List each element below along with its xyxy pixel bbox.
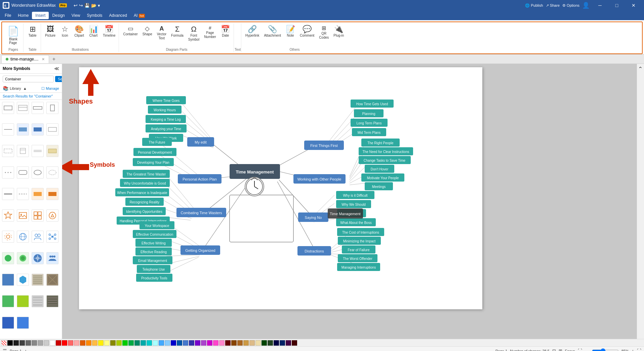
color-teal2[interactable] — [140, 340, 146, 346]
focus-btn[interactable]: Focus — [565, 349, 575, 351]
color-skyblue[interactable] — [165, 340, 170, 346]
shape-cell-network-icon[interactable] — [46, 231, 58, 243]
shape-cell-users-icon[interactable] — [32, 231, 44, 243]
page-add-icon[interactable]: + — [24, 348, 27, 351]
maximize-btn[interactable]: □ — [609, 0, 625, 11]
color-cyan2[interactable] — [153, 340, 158, 346]
shape-cell-blue-solid[interactable] — [2, 274, 14, 286]
shape-cell-blue-persons[interactable] — [46, 252, 58, 264]
toolbar-save[interactable]: 💾 — [84, 3, 90, 8]
blank-page-btn[interactable]: 📄 BlankPage — [5, 24, 22, 46]
color-pink1[interactable] — [68, 340, 73, 346]
shape-cell-orange-fill[interactable] — [32, 188, 44, 200]
shape-cell-blue-hex[interactable] — [17, 274, 29, 286]
menu-advanced[interactable]: Advanced — [106, 12, 130, 19]
shape-cell-blue-bottom1[interactable] — [2, 317, 14, 329]
page-number-btn[interactable]: # PageNumber — [202, 24, 218, 40]
color-orange2[interactable] — [86, 340, 91, 346]
color-blue2[interactable] — [177, 340, 182, 346]
table-btn[interactable]: ⊞ Table — [26, 24, 39, 39]
options-btn[interactable]: ⚙ Options — [562, 3, 579, 8]
color-gray5[interactable] — [38, 340, 43, 346]
color-beige[interactable] — [249, 340, 255, 346]
menu-view[interactable]: View — [68, 12, 84, 19]
shape-cell-orange-dark[interactable] — [46, 188, 58, 200]
menu-file[interactable]: File — [1, 12, 14, 19]
shape-cell-dashed[interactable] — [2, 145, 14, 157]
color-darkpurple[interactable] — [286, 340, 291, 346]
color-yellow2[interactable] — [104, 340, 110, 346]
color-teal1[interactable] — [134, 340, 140, 346]
sidebar-collapse-btn[interactable]: ≪ — [54, 66, 59, 71]
manage-link[interactable]: ☐ Manage — [41, 86, 59, 91]
shape-cell-dots[interactable] — [2, 166, 14, 179]
shape-cell-blue-bottom2[interactable] — [17, 317, 29, 329]
shape-cell-dark-stripe[interactable] — [46, 295, 58, 307]
color-orange3[interactable] — [92, 340, 97, 346]
color-no-fill[interactable] — [1, 340, 7, 346]
color-red2[interactable] — [62, 340, 67, 346]
toolbar-open[interactable]: 📂 — [91, 3, 96, 8]
shape-cell-grid-icon[interactable] — [32, 209, 44, 222]
container-btn[interactable]: ▭ Container — [121, 24, 139, 38]
shape-cell-rect-blue2[interactable] — [32, 123, 44, 135]
color-dark-gray1[interactable] — [13, 340, 19, 346]
shape-cell-beige[interactable] — [46, 145, 58, 157]
toolbar-redo[interactable]: ↪ — [79, 3, 83, 8]
shape-cell-rect-blue-fill[interactable] — [17, 123, 29, 135]
color-purple1[interactable] — [195, 340, 200, 346]
color-cyan1[interactable] — [147, 340, 152, 346]
date-btn[interactable]: 📅 Date — [219, 24, 232, 39]
menu-insert[interactable]: Insert — [32, 12, 49, 19]
fit-icon[interactable]: ⊡ — [552, 348, 556, 351]
menu-design[interactable]: Design — [49, 12, 68, 19]
color-blue1[interactable] — [171, 340, 176, 346]
fullscreen-icon[interactable]: ⛶ — [578, 348, 582, 351]
canvas-tab[interactable]: time-manage.... ✕ — [1, 55, 49, 63]
color-green2[interactable] — [128, 340, 134, 346]
comment-btn[interactable]: 💬 Comment — [298, 24, 316, 39]
color-rose[interactable] — [219, 340, 225, 346]
diagram-canvas[interactable]: Time Management My edit Where Time Goes … — [79, 67, 482, 309]
color-green1[interactable] — [122, 340, 128, 346]
color-darkgreen[interactable] — [261, 340, 267, 346]
color-brown1[interactable] — [231, 340, 237, 346]
color-lightblue[interactable] — [159, 340, 164, 346]
shape-cell-rect-split[interactable] — [17, 102, 29, 114]
shape-cell-rect-white[interactable] — [46, 123, 58, 135]
shape-cell-hbar[interactable] — [2, 188, 14, 200]
hyperlink-btn[interactable]: 🔗 Hyperlink — [243, 24, 261, 39]
zoom-in-btn[interactable]: + — [632, 348, 634, 351]
qr-codes-btn[interactable]: ⊞ QRCodes — [317, 24, 331, 41]
sidebar-toggle-icon[interactable]: ☰ — [3, 348, 7, 351]
minimize-btn[interactable]: ─ — [592, 0, 608, 11]
user-avatar[interactable]: 👤 — [582, 2, 590, 9]
color-forestgreen[interactable] — [268, 340, 273, 346]
shape-cell-rounded[interactable] — [17, 166, 29, 179]
shape-cell-green-pattern[interactable] — [17, 252, 29, 264]
timeline-btn[interactable]: 📅 Timeline — [101, 24, 117, 39]
color-lime1[interactable] — [116, 340, 122, 346]
shape-cell-lime[interactable] — [17, 295, 29, 307]
shape-cell-gray-stripe[interactable] — [32, 295, 44, 307]
color-purple2[interactable] — [201, 340, 206, 346]
color-indigo[interactable] — [189, 340, 194, 346]
color-white[interactable] — [50, 340, 55, 346]
color-tan[interactable] — [243, 340, 249, 346]
shape-cell-dline2[interactable] — [17, 188, 29, 200]
note-btn[interactable]: 📝 Note — [284, 24, 297, 39]
library-toggle[interactable]: ▲ — [23, 86, 27, 90]
color-pink2[interactable] — [74, 340, 79, 346]
share-btn[interactable]: ↗ Share — [546, 3, 560, 8]
shape-cell-blue-network[interactable] — [32, 252, 44, 264]
grid-icon[interactable]: ⊞ — [559, 348, 562, 351]
color-red1[interactable] — [56, 340, 61, 346]
shape-cell-gear-icon[interactable] — [2, 231, 14, 243]
menu-ai[interactable]: AI hot — [130, 12, 148, 19]
shape-btn[interactable]: ◇ Shape — [140, 24, 154, 38]
color-olive[interactable] — [110, 340, 116, 346]
color-gray4[interactable] — [32, 340, 37, 346]
zoom-out-btn[interactable]: — — [585, 348, 589, 351]
picture-btn[interactable]: 🖼 Picture — [43, 24, 57, 39]
publish-btn[interactable]: 🌐 Publish — [525, 3, 543, 8]
